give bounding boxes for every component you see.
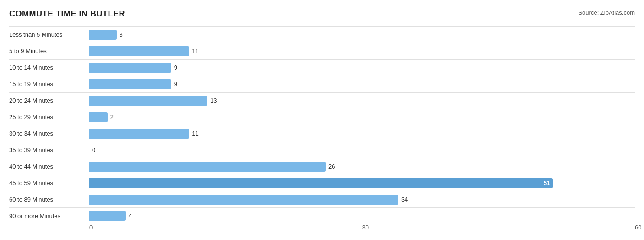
bar-value: 9 — [174, 64, 177, 71]
bar-label: 10 to 14 Minutes — [9, 64, 89, 71]
bar-value: 3 — [120, 31, 123, 38]
bar-row: 15 to 19 Minutes9 — [9, 76, 635, 92]
bar-label: 15 to 19 Minutes — [9, 81, 89, 87]
bar-row: Less than 5 Minutes3 — [9, 26, 635, 43]
chart-source: Source: ZipAtlas.com — [578, 9, 635, 16]
bar-fill — [89, 30, 117, 40]
bar-value: 11 — [192, 130, 198, 137]
bar-fill — [89, 112, 108, 122]
chart-container: COMMUTE TIME IN BUTLER Source: ZipAtlas.… — [9, 9, 635, 235]
bar-track: 0 — [89, 142, 635, 158]
bar-value: 4 — [128, 213, 131, 219]
bar-fill — [89, 162, 326, 172]
chart-header: COMMUTE TIME IN BUTLER Source: ZipAtlas.… — [9, 9, 635, 19]
bar-track: 13 — [89, 93, 635, 109]
bar-fill — [89, 79, 171, 89]
bar-label: 5 to 9 Minutes — [9, 48, 89, 55]
bar-label: 25 to 29 Minutes — [9, 114, 89, 120]
x-axis-label: 0 — [89, 224, 93, 231]
bar-fill — [89, 96, 207, 106]
bar-track: 2 — [89, 109, 635, 125]
bar-label: 30 to 34 Minutes — [9, 130, 89, 137]
bar-fill: 51 — [89, 178, 553, 188]
bar-fill — [89, 63, 171, 73]
bar-track: 9 — [89, 76, 635, 92]
bar-fill — [89, 129, 189, 139]
bar-value: 26 — [328, 163, 335, 170]
bar-track: 3 — [89, 27, 635, 43]
bar-value: 34 — [401, 196, 408, 203]
bar-label: 45 to 59 Minutes — [9, 180, 89, 186]
bar-track: 4 — [89, 208, 635, 224]
bar-value: 0 — [92, 147, 95, 153]
bar-track: 26 — [89, 158, 635, 175]
bar-value: 9 — [174, 81, 177, 87]
x-axis-label: 30 — [362, 224, 369, 231]
bar-label: Less than 5 Minutes — [9, 31, 89, 38]
bar-row: 60 to 89 Minutes34 — [9, 191, 635, 207]
bar-track: 11 — [89, 43, 635, 59]
bar-row: 25 to 29 Minutes2 — [9, 109, 635, 125]
bar-fill — [89, 211, 126, 221]
bar-value: 13 — [210, 97, 217, 104]
bar-row: 10 to 14 Minutes9 — [9, 59, 635, 76]
bar-row: 35 to 39 Minutes0 — [9, 142, 635, 158]
bar-row: 45 to 59 Minutes51 — [9, 175, 635, 191]
x-axis-label: 60 — [635, 224, 641, 231]
bar-label: 20 to 24 Minutes — [9, 97, 89, 104]
bar-label: 35 to 39 Minutes — [9, 147, 89, 153]
bar-row: 30 to 34 Minutes11 — [9, 125, 635, 142]
bar-value: 11 — [192, 48, 198, 55]
bar-label: 60 to 89 Minutes — [9, 196, 89, 203]
bar-track: 34 — [89, 191, 635, 207]
bar-track: 11 — [89, 125, 635, 142]
bar-track: 9 — [89, 60, 635, 76]
bar-row: 5 to 9 Minutes11 — [9, 43, 635, 59]
bar-row: 90 or more Minutes4 — [9, 207, 635, 224]
bar-row: 40 to 44 Minutes26 — [9, 158, 635, 175]
bar-label: 90 or more Minutes — [9, 213, 89, 219]
chart-title: COMMUTE TIME IN BUTLER — [9, 9, 125, 19]
bar-fill — [89, 46, 189, 56]
bar-track: 51 — [89, 175, 635, 191]
x-axis: 03060 — [9, 224, 635, 235]
bar-row: 20 to 24 Minutes13 — [9, 92, 635, 109]
bar-label: 40 to 44 Minutes — [9, 163, 89, 170]
bar-value: 2 — [110, 114, 114, 120]
chart-area: Less than 5 Minutes35 to 9 Minutes1110 t… — [9, 26, 635, 224]
bar-value-inside: 51 — [544, 180, 550, 186]
bar-fill — [89, 195, 398, 205]
